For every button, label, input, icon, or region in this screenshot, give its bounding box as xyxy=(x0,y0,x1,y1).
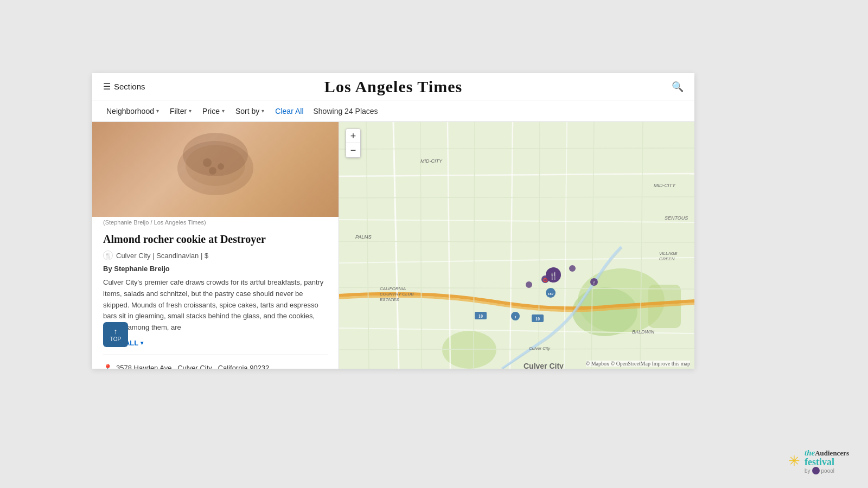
top-label: TOP xyxy=(110,336,121,342)
filter-button[interactable]: Filter ▾ xyxy=(167,105,195,118)
svg-text:🍴: 🍴 xyxy=(549,271,558,280)
svg-text:SENTOUS: SENTOUS xyxy=(665,215,688,221)
article-content: Almond rocher cookie at Destroyer 🍴 Culv… xyxy=(92,228,339,369)
showing-places-label: Showing 24 Places xyxy=(314,107,378,115)
zoom-in-button[interactable]: + xyxy=(346,129,360,143)
top-arrow-icon: ↑ xyxy=(114,328,118,335)
search-icon: 🔍 xyxy=(672,81,684,92)
back-to-top-button[interactable]: ↑ TOP xyxy=(103,322,128,347)
price-tag: $ xyxy=(205,252,208,260)
zoom-out-button[interactable]: − xyxy=(346,143,360,157)
map-panel: 10 10 I 187 PALMS MID-CITY MID-CITY CALI… xyxy=(339,122,694,369)
festival-poool-label: poool xyxy=(821,468,834,474)
svg-text:BALDWIN: BALDWIN xyxy=(632,329,655,335)
address-row: 📍 3578 Hayden Ave., Culver City , Califo… xyxy=(103,359,328,369)
map-controls: + − xyxy=(346,129,361,158)
filter-label: Filter xyxy=(170,107,187,115)
festival-asterisk-icon: ✳ xyxy=(788,453,800,470)
content-area: (Stephanie Breijo / Los Angeles Times) A… xyxy=(92,122,694,369)
poool-icon xyxy=(812,467,820,474)
food-image-placeholder xyxy=(92,122,339,217)
svg-text:MID-CITY: MID-CITY xyxy=(420,158,443,164)
neighborhood-chevron-icon: ▾ xyxy=(156,108,159,114)
divider xyxy=(103,355,328,355)
map-background: 10 10 I 187 PALMS MID-CITY MID-CITY CALI… xyxy=(339,122,694,369)
hamburger-icon[interactable]: ☰ xyxy=(103,81,111,92)
svg-text:ESTATES: ESTATES xyxy=(380,297,399,302)
price-filter-button[interactable]: Price ▾ xyxy=(199,105,228,118)
festival-text-block: theAudiencers festival by poool xyxy=(805,448,849,475)
neighborhood-filter-label: Neighborhood xyxy=(106,107,154,115)
search-button[interactable]: 🔍 xyxy=(672,81,684,93)
svg-point-2 xyxy=(203,158,212,167)
article-meta: 🍴 Culver City | Scandinavian | $ xyxy=(103,251,328,260)
header-right: 🔍 xyxy=(672,81,684,93)
festival-the-label: the xyxy=(805,448,815,457)
svg-point-1 xyxy=(186,145,245,186)
header: ☰ Sections Los Angeles Times 🔍 xyxy=(92,73,694,100)
clear-all-button[interactable]: Clear All xyxy=(272,105,307,118)
svg-text:I: I xyxy=(515,315,516,319)
svg-text:Culver City: Culver City xyxy=(524,362,564,369)
map-attribution: © Mapbox © OpenStreetMap Improve this ma… xyxy=(586,361,690,367)
main-container: ☰ Sections Los Angeles Times 🔍 Neighborh… xyxy=(92,73,694,369)
sort-chevron-icon: ▾ xyxy=(261,108,264,114)
read-all-chevron-icon: ▾ xyxy=(141,340,143,346)
food-image xyxy=(92,122,339,217)
author-line: By Stephanie Breijo xyxy=(103,265,328,273)
meta-tags: Culver City | Scandinavian | $ xyxy=(116,252,208,260)
svg-text:GREEN: GREEN xyxy=(659,256,675,261)
festival-audiencers-label: Audiencers xyxy=(815,449,849,457)
svg-text:🍴: 🍴 xyxy=(592,280,597,285)
svg-text:PALMS: PALMS xyxy=(355,234,372,240)
svg-text:187: 187 xyxy=(548,292,554,296)
header-left: ☰ Sections xyxy=(103,81,145,92)
restaurant-icon: 🍴 xyxy=(103,251,113,260)
filter-chevron-icon: ▾ xyxy=(189,108,192,114)
sort-by-label: Sort by xyxy=(235,107,259,115)
left-panel: (Stephanie Breijo / Los Angeles Times) A… xyxy=(92,122,339,369)
svg-text:COUNTRY CLUB: COUNTRY CLUB xyxy=(380,292,414,297)
price-chevron-icon: ▾ xyxy=(222,108,225,114)
svg-text:10: 10 xyxy=(535,317,540,322)
location-pin-icon: 📍 xyxy=(103,364,112,369)
sort-by-button[interactable]: Sort by ▾ xyxy=(232,105,267,118)
svg-text:10: 10 xyxy=(478,314,483,319)
location-tag: Culver City xyxy=(116,252,151,260)
neighborhood-filter-button[interactable]: Neighborhood ▾ xyxy=(103,105,162,118)
festival-festival-label: festival xyxy=(805,457,849,467)
svg-point-4 xyxy=(209,167,216,175)
site-title: Los Angeles Times xyxy=(324,78,462,96)
address-text: 3578 Hayden Ave., Culver City , Californ… xyxy=(116,364,269,369)
svg-text:MID-CITY: MID-CITY xyxy=(654,183,676,188)
article-title: Almond rocher cookie at Destroyer xyxy=(103,232,328,246)
sections-label[interactable]: Sections xyxy=(114,82,145,91)
photo-credit: (Stephanie Breijo / Los Angeles Times) xyxy=(92,217,339,228)
svg-text:VILLAGE: VILLAGE xyxy=(659,251,678,256)
price-filter-label: Price xyxy=(202,107,220,115)
festival-badge: ✳ theAudiencers festival by poool xyxy=(788,448,849,475)
svg-text:CALIFORNIA: CALIFORNIA xyxy=(380,286,406,291)
svg-point-31 xyxy=(526,281,532,288)
meta-separator2: | xyxy=(201,252,205,260)
filter-bar: Neighborhood ▾ Filter ▾ Price ▾ Sort by … xyxy=(92,100,694,122)
svg-point-3 xyxy=(218,163,224,170)
article-body: Culver City's premier cafe draws crowds … xyxy=(103,277,328,333)
cuisine-tag: Scandinavian xyxy=(156,252,199,260)
festival-by-label: by xyxy=(805,468,810,474)
svg-point-32 xyxy=(569,265,576,272)
svg-text:Culver City: Culver City xyxy=(529,346,551,351)
